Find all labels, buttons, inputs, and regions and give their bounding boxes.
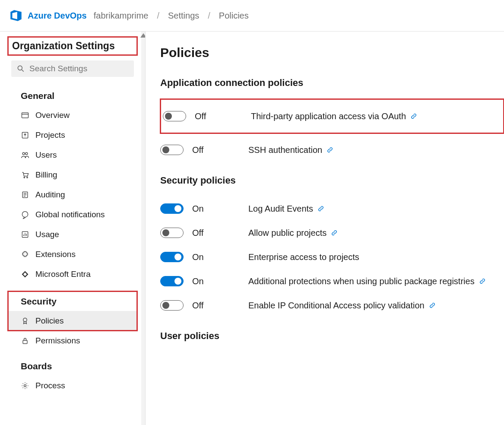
toggle-oauth[interactable]	[163, 111, 186, 121]
policy-label: Enable IP Conditional Access policy vali…	[248, 301, 425, 311]
sidebar-item-label: Auditing	[35, 190, 65, 200]
policy-row-public-projects: Off Allow public projects	[160, 221, 504, 245]
link-icon[interactable]	[479, 278, 486, 285]
gear-icon	[21, 381, 29, 390]
svg-point-0	[18, 66, 22, 70]
sidebar-item-process[interactable]: Process	[8, 376, 137, 396]
policy-row-package-registries: On Additional protections when using pub…	[160, 269, 504, 293]
topbar: Azure DevOps fabrikamprime / Settings / …	[0, 0, 504, 32]
sidebar-item-label: Overview	[35, 111, 70, 120]
toggle-state: Off	[195, 111, 216, 121]
toggle-public-projects[interactable]	[160, 228, 184, 238]
svg-point-15	[23, 318, 27, 321]
sidebar-item-overview[interactable]: Overview	[8, 105, 137, 125]
toggle-enterprise-access[interactable]	[160, 252, 184, 262]
toggle-ip-conditional[interactable]	[160, 300, 184, 311]
svg-point-13	[22, 212, 28, 217]
search-input-field[interactable]	[29, 64, 132, 73]
sidebar-item-label: Users	[35, 150, 57, 160]
sidebar-item-global-notifications[interactable]: Global notifications	[8, 205, 137, 225]
toggle-state: Off	[192, 301, 214, 311]
search-icon	[16, 64, 25, 73]
azure-devops-logo-icon[interactable]	[9, 8, 23, 23]
sidebar-item-entra[interactable]: Microsoft Entra	[8, 264, 137, 284]
policy-row-enterprise-access: On Enterprise access to projects	[160, 245, 504, 269]
users-icon	[21, 151, 29, 159]
svg-point-17	[24, 385, 26, 387]
svg-rect-2	[22, 113, 29, 118]
cart-icon	[21, 171, 29, 179]
policy-row-oauth: Off Third-party application access via O…	[160, 99, 504, 133]
sidebar-security-block: Security Policies	[8, 291, 137, 331]
link-icon[interactable]	[317, 205, 324, 212]
sidebar-item-label: Extensions	[35, 250, 76, 259]
sidebar-item-users[interactable]: Users	[8, 145, 137, 165]
sidebar-item-billing[interactable]: Billing	[8, 165, 137, 185]
sidebar-title: Organization Settings	[8, 37, 137, 55]
svg-point-6	[25, 152, 28, 155]
toggle-package-registries[interactable]	[160, 276, 184, 286]
badge-icon	[21, 317, 29, 325]
breadcrumb-separator: /	[152, 11, 164, 21]
sidebar-item-label: Global notifications	[35, 210, 105, 219]
svg-line-1	[22, 70, 24, 72]
search-settings-input[interactable]	[11, 60, 134, 77]
entra-icon	[21, 270, 29, 279]
policy-label: Third-party application access via OAuth	[251, 111, 406, 121]
sidebar-item-label: Process	[35, 381, 65, 390]
sidebar-item-extensions[interactable]: Extensions	[8, 244, 137, 264]
svg-point-5	[22, 152, 25, 155]
sidebar-item-auditing[interactable]: Auditing	[8, 185, 137, 205]
link-icon[interactable]	[429, 302, 436, 309]
chart-icon	[21, 230, 29, 239]
sidebar-item-permissions[interactable]: Permissions	[8, 331, 137, 351]
policy-row-ssh: Off SSH authentication	[160, 138, 504, 162]
sidebar-item-label: Permissions	[35, 336, 80, 346]
page-title: Policies	[160, 45, 504, 60]
sidebar-item-label: Policies	[35, 316, 63, 326]
toggle-state: Off	[192, 228, 214, 238]
lock-icon	[21, 336, 29, 345]
toggle-state: On	[192, 252, 214, 262]
sidebar: Organization Settings General Overview P…	[0, 32, 146, 425]
sidebar-group-boards: Boards	[8, 358, 137, 376]
sidebar-item-usage[interactable]: Usage	[8, 225, 137, 244]
main-content: Policies Application connection policies…	[146, 32, 504, 425]
policy-label: SSH authentication	[248, 145, 322, 155]
toggle-ssh[interactable]	[160, 145, 184, 155]
policy-row-audit: On Log Audit Events	[160, 197, 504, 221]
policy-label: Allow public projects	[248, 228, 326, 238]
sidebar-item-label: Microsoft Entra	[35, 270, 91, 279]
toggle-audit[interactable]	[160, 203, 184, 214]
link-icon[interactable]	[410, 113, 417, 120]
breadcrumb-org[interactable]: fabrikamprime	[94, 11, 149, 21]
svg-point-8	[27, 177, 28, 178]
scroll-up-icon[interactable]	[140, 33, 146, 38]
policy-label: Enterprise access to projects	[248, 252, 359, 262]
link-icon[interactable]	[326, 146, 333, 153]
sidebar-group-security: Security	[8, 293, 137, 311]
sidebar-item-label: Usage	[35, 230, 59, 239]
section-title-app-connection: Application connection policies	[160, 77, 504, 89]
toggle-state: On	[192, 276, 214, 286]
breadcrumb-policies[interactable]: Policies	[219, 11, 249, 21]
svg-point-7	[24, 177, 25, 178]
policy-row-ip-conditional: Off Enable IP Conditional Access policy …	[160, 293, 504, 317]
card-icon	[21, 111, 29, 120]
list-icon	[21, 190, 29, 199]
sidebar-item-projects[interactable]: Projects	[8, 125, 137, 145]
toggle-state: Off	[192, 145, 214, 155]
section-title-user: User policies	[160, 330, 504, 342]
svg-rect-16	[23, 340, 27, 344]
puzzle-icon	[21, 250, 29, 259]
link-icon[interactable]	[331, 229, 338, 236]
toggle-state: On	[192, 204, 214, 214]
brand-label[interactable]: Azure DevOps	[28, 11, 87, 21]
policy-label: Log Audit Events	[248, 204, 313, 214]
sidebar-item-label: Projects	[35, 130, 65, 140]
sidebar-item-policies[interactable]: Policies	[8, 311, 137, 331]
chat-icon	[21, 210, 29, 219]
policy-label: Additional protections when using public…	[248, 276, 475, 286]
breadcrumb-settings[interactable]: Settings	[168, 11, 199, 21]
scrollbar[interactable]	[141, 32, 145, 425]
